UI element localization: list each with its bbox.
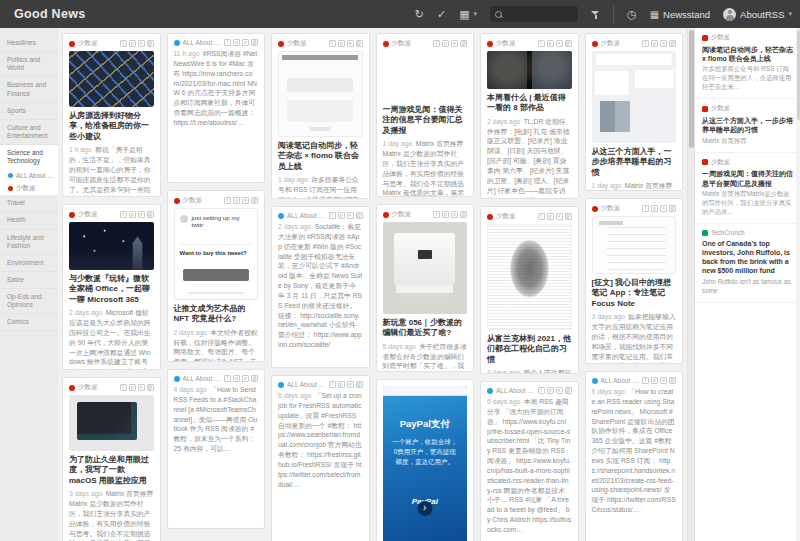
pocket-icon[interactable]: p [338, 40, 345, 47]
news-card[interactable]: 少数派fp≡@just setting up my twttrWant to b… [167, 190, 266, 362]
email-icon[interactable]: @ [669, 377, 676, 384]
pocket-icon[interactable]: p [651, 377, 658, 384]
news-card[interactable]: 少数派fp≡@一周游戏见闻：值得关注的信息平台要闻汇总及播报1 day ago … [376, 33, 475, 197]
news-card[interactable]: 少数派fp≡@为了防止久坐和用眼过度，我写了一款 macOS 用眼监控应用3 d… [62, 377, 161, 541]
main-scrollbar[interactable] [687, 28, 694, 541]
sidebar-feed-item[interactable]: ALL About RSS - Te [0, 169, 58, 181]
sidebar-item-politics-and-world[interactable]: Politics and World [0, 52, 58, 77]
facebook-icon[interactable]: f [642, 40, 649, 47]
layout-view-icon[interactable]: ▦ [459, 9, 469, 20]
newsstand-button[interactable]: ▦ Newsstand [650, 9, 710, 20]
history-icon[interactable]: ◷ [627, 9, 637, 20]
sidebar-item-comics[interactable]: Comics [0, 314, 58, 331]
pocket-icon[interactable]: p [129, 211, 136, 218]
account-menu[interactable]: AboutRSS ▾ [723, 8, 792, 21]
instapaper-icon[interactable]: ≡ [138, 384, 145, 391]
facebook-icon[interactable]: f [329, 40, 336, 47]
sidebar-item-business-and-finance[interactable]: Business and Finance [0, 77, 58, 102]
rightbar-item[interactable]: 少数派一周游戏见闻：值得关注的信息平台要闻汇总及播报Matrix 首页推荐Mat… [695, 153, 796, 224]
instapaper-icon[interactable]: ≡ [347, 212, 354, 219]
instapaper-icon[interactable]: ≡ [451, 40, 458, 47]
email-icon[interactable]: @ [460, 40, 467, 47]
sidebar-item-science-and-technology[interactable]: Science and Technology [0, 145, 58, 169]
pocket-icon[interactable]: p [651, 205, 658, 212]
pocket-icon[interactable]: p [233, 197, 240, 204]
sidebar-item-sports[interactable]: Sports [0, 103, 58, 120]
instapaper-icon[interactable]: ≡ [347, 40, 354, 47]
sidebar-item-environment[interactable]: Environment [0, 255, 58, 272]
pocket-icon[interactable]: p [129, 384, 136, 391]
news-card[interactable]: 少数派fp≡@从富兰克林到 2021，他们都在工程化自己的习惯3 days ag… [480, 206, 579, 374]
pocket-icon[interactable]: p [651, 40, 658, 47]
rightbar-scrollbar-thumb[interactable] [797, 30, 800, 120]
facebook-icon[interactable]: f [642, 377, 649, 384]
rightbar-item[interactable]: 少数派从这三个方面入手，一步步培养早睡早起的习惯Matrix 首页推荐 [695, 99, 796, 152]
pocket-icon[interactable]: p [547, 213, 554, 220]
sidebar-item-culture-and-entertainment[interactable]: Culture and Entertainment [0, 120, 58, 145]
instapaper-icon[interactable]: ≡ [347, 381, 354, 388]
news-card[interactable]: 少数派fp≡@与少数派『玩转』微软全家桶 Office，一起聊一聊 Micros… [62, 204, 161, 370]
pocket-icon[interactable]: p [547, 40, 554, 47]
email-icon[interactable]: @ [669, 205, 676, 212]
mark-all-read-icon[interactable]: ✓ [437, 9, 446, 20]
news-card[interactable]: 少数派fp≡@本周看什么 | 最近值得一看的 8 部作品2 days ago T… [480, 33, 579, 199]
news-card[interactable]: ALL About RSS - Telegfp≡@6 days ago 本周 R… [480, 381, 579, 541]
pocket-icon[interactable]: p [442, 211, 449, 218]
pocket-icon[interactable]: p [233, 375, 240, 382]
facebook-icon[interactable]: f [433, 211, 440, 218]
news-card[interactable]: 少数派fp≡@[征文] 我心目中的理想笔记 App：专注笔记 Focus Not… [585, 198, 684, 364]
instapaper-icon[interactable]: ≡ [138, 40, 145, 47]
instapaper-icon[interactable]: ≡ [556, 40, 563, 47]
rightbar-item[interactable]: 少数派阅读笔记自动同步，轻芒杂志 x flomo 联合会员上线许多想要将公众号和… [695, 28, 796, 99]
news-card[interactable]: ALL About RSS - Telegfp≡@2 days ago Soci… [271, 206, 370, 368]
email-icon[interactable]: @ [356, 212, 363, 219]
email-icon[interactable]: @ [565, 40, 572, 47]
facebook-icon[interactable]: f [224, 375, 231, 382]
pocket-icon[interactable]: p [442, 40, 449, 47]
facebook-icon[interactable]: f [120, 211, 127, 218]
facebook-icon[interactable]: f [642, 205, 649, 212]
email-icon[interactable]: @ [147, 384, 154, 391]
facebook-icon[interactable]: f [329, 212, 336, 219]
news-card[interactable]: 少数派fp≡@阅读笔记自动同步，轻芒杂志 × flomo 联合会员上线1 day… [271, 33, 370, 199]
facebook-icon[interactable]: f [433, 40, 440, 47]
news-card[interactable]: 少数派fp≡@从这三个方面入手，一步步培养早睡早起的习惯1 day ago Ma… [585, 33, 684, 191]
rightbar-scrollbar[interactable] [796, 28, 800, 541]
sidebar-item-headlines[interactable]: Headlines [0, 35, 58, 52]
facebook-icon[interactable]: f [538, 387, 545, 394]
news-card[interactable]: ALL About RSS - Telegfp≡@11 h ago #RSS阅读… [167, 33, 266, 183]
news-card[interactable]: 少数派fp≡@从房源选择到好物分享，给准备租房的你一些小建议1 h ago 都说… [62, 33, 161, 197]
instapaper-icon[interactable]: ≡ [660, 40, 667, 47]
email-icon[interactable]: @ [565, 387, 572, 394]
email-icon[interactable]: @ [147, 211, 154, 218]
facebook-icon[interactable]: f [329, 381, 336, 388]
email-icon[interactable]: @ [251, 375, 258, 382]
email-icon[interactable]: @ [251, 39, 258, 46]
email-icon[interactable]: @ [669, 40, 676, 47]
email-icon[interactable]: @ [147, 40, 154, 47]
pocket-icon[interactable]: p [233, 39, 240, 46]
instapaper-icon[interactable]: ≡ [242, 197, 249, 204]
rightbar-item[interactable]: TechCrunchOne of Canada's top investors,… [695, 224, 796, 303]
email-icon[interactable]: @ [565, 213, 572, 220]
search-box[interactable] [490, 6, 578, 22]
filter-icon[interactable] [591, 10, 600, 19]
sidebar-item-lifestyle-and-fashion[interactable]: Lifestyle and Fashion [0, 230, 58, 255]
instapaper-icon[interactable]: ≡ [138, 211, 145, 218]
sidebar-item-op-eds-and-opinions[interactable]: Op-Eds and Opinions [0, 289, 58, 314]
email-icon[interactable]: @ [356, 40, 363, 47]
instapaper-icon[interactable]: ≡ [242, 39, 249, 46]
instapaper-icon[interactable]: ≡ [451, 211, 458, 218]
facebook-icon[interactable]: f [224, 197, 231, 204]
email-icon[interactable]: @ [460, 211, 467, 218]
news-card[interactable]: ALL About RSS - Telegfp≡@4 days ago 「How… [167, 369, 266, 529]
search-input[interactable] [506, 8, 573, 20]
email-icon[interactable]: @ [251, 197, 258, 204]
sidebar-feed-item[interactable]: 少数派 [0, 181, 58, 195]
email-icon[interactable]: @ [356, 381, 363, 388]
instapaper-icon[interactable]: ≡ [556, 387, 563, 394]
facebook-icon[interactable]: f [120, 384, 127, 391]
news-card[interactable]: 少数派fp≡@新玩意 056｜少数派的编辑们最近买了啥?5 days ago 关… [376, 204, 475, 372]
facebook-icon[interactable]: f [224, 39, 231, 46]
pocket-icon[interactable]: p [129, 40, 136, 47]
